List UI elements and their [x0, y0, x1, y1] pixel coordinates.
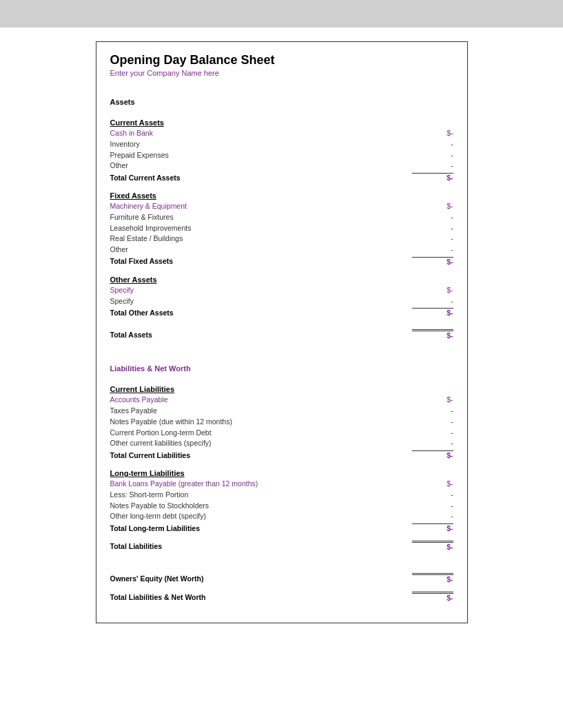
- other-fixed-label: Other: [110, 245, 412, 256]
- short-term-portion-label: Less: Short-term Portion: [110, 490, 412, 501]
- furniture-row: Furniture & Fixtures -: [110, 212, 453, 223]
- other-current-value: -: [412, 160, 453, 171]
- furniture-label: Furniture & Fixtures: [110, 212, 412, 223]
- machinery-label: Machinery & Equipment: [110, 201, 412, 212]
- real-estate-value: -: [412, 233, 453, 245]
- total-liabilities-networth-row: Total Liabilities & Net Worth $-: [110, 592, 453, 602]
- total-liabilities-networth-value: $-: [412, 592, 453, 602]
- total-assets-label: Total Assets: [110, 331, 412, 339]
- notes-payable-stockholders-label: Notes Payable to Stockholders: [110, 501, 412, 512]
- assets-header: Assets: [110, 98, 453, 106]
- current-portion-lt-row: Current Portion Long-term Debt -: [110, 428, 453, 439]
- other-current-row: Other -: [110, 160, 453, 171]
- other-fixed-value: -: [412, 245, 453, 256]
- total-lt-liabilities-value: $-: [412, 523, 453, 532]
- other-current-liabilities-row: Other current liabilities (specify) -: [110, 438, 453, 449]
- total-fixed-assets-label: Total Fixed Assets: [110, 257, 412, 265]
- leasehold-row: Leasehold Improvements -: [110, 223, 453, 234]
- inventory-label: Inventory: [110, 139, 412, 150]
- accounts-payable-label: Accounts Payable: [110, 395, 412, 406]
- owners-equity-label: Owners' Equity (Net Worth): [110, 574, 412, 583]
- other-lt-debt-value: -: [412, 511, 453, 522]
- bank-loans-value: $-: [412, 479, 453, 490]
- owners-equity-row: Owners' Equity (Net Worth) $-: [110, 573, 453, 583]
- accounts-payable-value: $-: [412, 395, 453, 406]
- specify1-row: Specify $-: [110, 285, 453, 296]
- machinery-row: Machinery & Equipment $-: [110, 201, 453, 212]
- short-term-portion-value: -: [412, 490, 453, 501]
- doc-subtitle: Enter your Company Name here: [110, 69, 453, 77]
- total-assets-row: Total Assets $-: [110, 329, 453, 340]
- total-fixed-assets-value: $-: [412, 257, 453, 266]
- inventory-value: -: [412, 139, 453, 150]
- other-current-label: Other: [110, 160, 412, 171]
- total-fixed-assets-row: Total Fixed Assets $-: [110, 257, 453, 266]
- specify1-label: Specify: [110, 285, 412, 296]
- specify1-value: $-: [412, 285, 453, 296]
- total-liabilities-networth-label: Total Liabilities & Net Worth: [110, 593, 412, 601]
- doc-title: Opening Day Balance Sheet: [110, 53, 453, 67]
- total-current-liabilities-label: Total Current Liabilities: [110, 451, 412, 459]
- other-assets-header: Other Assets: [110, 275, 453, 284]
- other-fixed-row: Other -: [110, 245, 453, 256]
- short-term-portion-row: Less: Short-term Portion -: [110, 490, 453, 501]
- specify2-row: Specify -: [110, 296, 453, 307]
- bank-loans-label: Bank Loans Payable (greater than 12 mont…: [110, 479, 412, 490]
- taxes-payable-label: Taxes Payable: [110, 406, 412, 417]
- total-liabilities-label: Total Liabilities: [110, 542, 412, 550]
- bank-loans-row: Bank Loans Payable (greater than 12 mont…: [110, 479, 453, 490]
- page: Opening Day Balance Sheet Enter your Com…: [0, 28, 563, 728]
- total-liabilities-value: $-: [412, 541, 453, 551]
- current-liabilities-header: Current Liabilities: [110, 385, 453, 393]
- total-other-assets-value: $-: [412, 308, 453, 317]
- other-lt-debt-row: Other long-term debt (specify) -: [110, 511, 453, 522]
- liabilities-networth-header: Liabilities & Net Worth: [110, 364, 453, 373]
- current-portion-lt-label: Current Portion Long-term Debt: [110, 428, 412, 439]
- owners-equity-value: $-: [412, 573, 453, 583]
- notes-payable-12-row: Notes Payable (due within 12 months) -: [110, 417, 453, 428]
- furniture-value: -: [412, 212, 453, 223]
- accounts-payable-row: Accounts Payable $-: [110, 395, 453, 406]
- other-lt-debt-label: Other long-term debt (specify): [110, 511, 412, 522]
- prepaid-expenses-value: -: [412, 150, 453, 161]
- current-portion-lt-value: -: [412, 428, 453, 439]
- cash-in-bank-value: $-: [412, 128, 453, 139]
- total-assets-value: $-: [412, 329, 453, 340]
- notes-payable-stockholders-value: -: [412, 501, 453, 512]
- total-current-liabilities-value: $-: [412, 450, 453, 459]
- real-estate-label: Real Estate / Buildings: [110, 233, 412, 245]
- total-current-assets-label: Total Current Assets: [110, 174, 412, 182]
- other-current-liabilities-value: -: [412, 438, 453, 449]
- longterm-liabilities-header: Long-term Liabilities: [110, 469, 453, 477]
- total-current-assets-value: $-: [412, 173, 453, 182]
- other-current-liabilities-label: Other current liabilities (specify): [110, 438, 412, 449]
- total-lt-liabilities-label: Total Long-term Liabilities: [110, 524, 412, 532]
- total-current-liabilities-row: Total Current Liabilities $-: [110, 450, 453, 459]
- notes-payable-12-value: -: [412, 417, 453, 428]
- real-estate-row: Real Estate / Buildings -: [110, 233, 453, 245]
- taxes-payable-row: Taxes Payable -: [110, 406, 453, 417]
- notes-payable-12-label: Notes Payable (due within 12 months): [110, 417, 412, 428]
- specify2-label: Specify: [110, 296, 412, 307]
- current-assets-header: Current Assets: [110, 118, 453, 127]
- prepaid-expenses-label: Prepaid Expenses: [110, 150, 412, 161]
- prepaid-expenses-row: Prepaid Expenses -: [110, 150, 453, 161]
- total-liabilities-row: Total Liabilities $-: [110, 541, 453, 551]
- total-other-assets-row: Total Other Assets $-: [110, 308, 453, 317]
- inventory-row: Inventory -: [110, 139, 453, 150]
- specify2-value: -: [412, 296, 453, 307]
- notes-payable-stockholders-row: Notes Payable to Stockholders -: [110, 501, 453, 512]
- fixed-assets-header: Fixed Assets: [110, 191, 453, 200]
- total-other-assets-label: Total Other Assets: [110, 309, 412, 317]
- cash-in-bank-label: Cash in Bank: [110, 128, 412, 139]
- taxes-payable-value: -: [412, 406, 453, 417]
- leasehold-label: Leasehold Improvements: [110, 223, 412, 234]
- total-lt-liabilities-row: Total Long-term Liabilities $-: [110, 523, 453, 532]
- leasehold-value: -: [412, 223, 453, 234]
- cash-in-bank-row: Cash in Bank $-: [110, 128, 453, 139]
- document: Opening Day Balance Sheet Enter your Com…: [96, 41, 468, 623]
- machinery-value: $-: [412, 201, 453, 212]
- total-current-assets-row: Total Current Assets $-: [110, 173, 453, 182]
